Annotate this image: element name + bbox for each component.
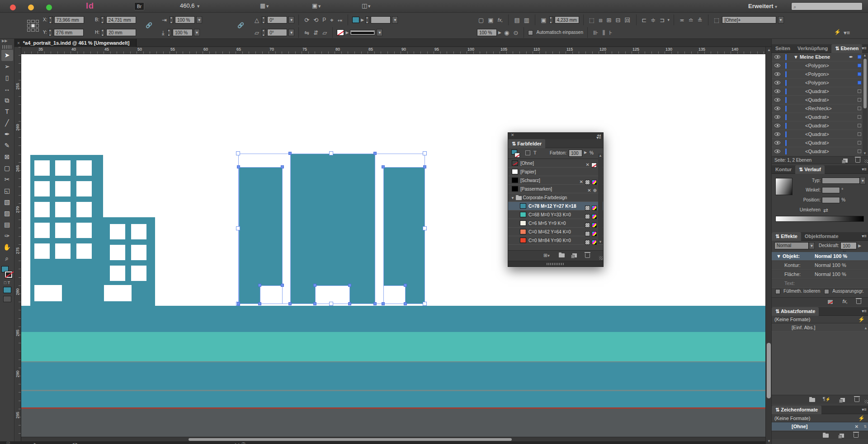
blend-mode-dropdown[interactable]: Normal [774, 242, 809, 249]
anchor-point[interactable] [404, 302, 407, 305]
swatches-panel-menu-icon[interactable]: ▾≡ [596, 135, 601, 140]
paragraph-style-item[interactable]: [Einf. Abs.] ▲ [772, 323, 868, 332]
vertical-scroll-thumb[interactable] [767, 343, 771, 398]
swatch-row[interactable]: C=78 M=12 Y=27 K=18 [508, 202, 603, 210]
go-to-parent-icon[interactable]: ⬾ [336, 14, 344, 27]
selection-handle[interactable] [236, 226, 240, 230]
paragraph-styles-resize-grip[interactable] [864, 400, 868, 403]
distribute-center-icon[interactable]: ≏ [687, 14, 695, 27]
object-style-field[interactable]: [Ohne]+ [722, 16, 776, 23]
layer-object-row[interactable]: <Quadrat> [772, 130, 868, 139]
anchor-point[interactable] [281, 165, 284, 168]
object-style-dropdown[interactable]: ▼ [778, 16, 784, 23]
layer-name[interactable]: <Quadrat> [805, 130, 829, 139]
align-center-icon[interactable]: ≑ [650, 14, 657, 27]
gradient-panel-menu-icon[interactable]: ▾≡ [862, 167, 867, 172]
scroll-up-icon[interactable]: ▲ [767, 48, 771, 52]
layer-object-row[interactable]: <Rechteck> [772, 104, 868, 113]
bridge-button[interactable]: Br [134, 2, 144, 10]
rotation-dropdown[interactable]: ▼ [288, 16, 294, 23]
effects-fx-icon[interactable]: fx, [842, 299, 848, 304]
layer-object-row[interactable]: <Quadrat> [772, 139, 868, 147]
layer-name[interactable]: <Polygon> [805, 70, 829, 79]
effects-panel-menu-icon[interactable]: ▾≡ [862, 234, 867, 238]
swatch-row[interactable]: C=0 M=84 Y=90 K=0 [508, 236, 603, 245]
y-stepper[interactable] [48, 29, 52, 36]
select-content-icon[interactable]: ⌖ [329, 14, 335, 27]
distribute-bottom-icon[interactable]: ≗ [696, 14, 704, 27]
corner-radius-field[interactable]: 4,233 mm [555, 16, 579, 23]
layer-object-row[interactable]: <Quadrat> [772, 87, 868, 96]
layer-selection-square[interactable] [858, 124, 861, 127]
formatting-container-icon[interactable]: □ [4, 280, 6, 285]
tab-verknuepfung[interactable]: Verknüpfung [794, 44, 831, 53]
opacity-dropdown-icon[interactable]: ▶ [498, 30, 501, 35]
effects-circle-icon[interactable]: ◉ [503, 26, 510, 39]
height-field[interactable]: 20 mm [106, 29, 136, 36]
anchor-point[interactable] [348, 284, 351, 287]
space-horizontal-icon[interactable]: ⊪ [592, 26, 599, 39]
new-style-group-icon[interactable] [809, 398, 815, 402]
minimize-window-button[interactable] [28, 5, 34, 10]
scale-y-field[interactable]: 100 % [173, 29, 193, 36]
paragraph-styles-menu-icon[interactable]: ▾≡ [862, 308, 867, 313]
gradient-position-field[interactable] [822, 197, 840, 203]
stroke-proxy-swatch[interactable] [5, 271, 12, 278]
gradient-type-caret[interactable]: ▼ [860, 177, 866, 184]
anchor-point[interactable] [313, 302, 316, 305]
scale-x-dropdown[interactable]: ▼ [196, 16, 202, 23]
align-options-dropdown[interactable]: ▾ [667, 18, 670, 22]
scissors-tool[interactable]: ✂ [1, 174, 13, 185]
fit-center-icon[interactable]: ⊞ [605, 14, 613, 27]
flip-vertical-icon[interactable]: ⇵ [312, 26, 320, 39]
anchor-point[interactable] [288, 152, 292, 155]
fit-proportional-icon[interactable]: 回 [623, 14, 632, 27]
scale-y-dropdown[interactable]: ▼ [194, 29, 200, 36]
screen-mode-menu-icon[interactable]: ▣▼ [312, 2, 321, 9]
formatting-text-icon[interactable]: T [8, 280, 10, 285]
pencil-tool[interactable]: ✎ [1, 140, 13, 151]
tab-zeichenformate[interactable]: ⇅ Zeichenformate [772, 406, 821, 414]
swatches-tab[interactable]: ⇅ Farbfelder [508, 139, 545, 148]
pen-tool[interactable]: ✒ [1, 129, 13, 140]
rotate-cw-icon[interactable]: ⟳ [303, 14, 311, 27]
close-document-icon[interactable]: × [17, 41, 20, 46]
layer-object-row[interactable]: <Quadrat> [772, 113, 868, 122]
shear-dropdown[interactable]: ▼ [288, 29, 294, 36]
swatch-row[interactable]: [Ohne]✕ [508, 159, 603, 168]
swatch-row[interactable]: [Schwarz]✕ [508, 176, 603, 185]
maximize-window-button[interactable] [46, 5, 52, 10]
layer-object-row[interactable]: <Quadrat> [772, 122, 868, 130]
anchor-point[interactable] [313, 284, 316, 287]
anchor-point[interactable] [404, 284, 407, 287]
shear-stepper[interactable] [262, 29, 266, 36]
layer-selection-square[interactable] [858, 107, 861, 110]
flip-horizontal-icon[interactable]: ⇋ [303, 26, 311, 39]
layers-panel-menu-icon[interactable]: ▾≡ [862, 46, 867, 51]
effect-target-row[interactable]: ▼ Objekt:Normal 100 % [772, 252, 868, 261]
swatch-row[interactable]: C=6 M=5 Y=9 K=0 [508, 219, 603, 228]
swatch-row[interactable]: C=0 M=62 Y=64 K=0 [508, 228, 603, 236]
anchor-point[interactable] [281, 284, 284, 287]
gradient-tool[interactable]: ▧ [1, 196, 13, 208]
rectangle-tool[interactable]: ▢ [1, 163, 13, 174]
selection-handle[interactable] [423, 302, 427, 306]
anchor-point[interactable] [423, 165, 426, 168]
x-stepper[interactable] [49, 16, 53, 23]
align-right-icon[interactable]: ⊐ [659, 14, 666, 27]
layer-selection-square[interactable] [858, 81, 861, 84]
fill-color-swatch[interactable] [352, 17, 359, 23]
rotation-stepper[interactable] [262, 16, 266, 23]
width-field[interactable]: 24,731 mm [106, 16, 136, 23]
frame-tool[interactable]: ⊠ [1, 151, 13, 163]
effect-target-row[interactable]: Text: [772, 279, 868, 288]
effects-opacity-spinner[interactable]: ▶ [858, 243, 861, 248]
layer-visibility-icon[interactable] [774, 98, 780, 102]
distribute-top-icon[interactable]: ≖ [678, 14, 686, 27]
new-character-style-icon[interactable] [840, 434, 844, 438]
layer-visibility-icon[interactable] [774, 115, 780, 119]
gradient-thumbnail[interactable] [775, 178, 793, 195]
layer-object-row[interactable]: <Quadrat> [772, 96, 868, 104]
layer-selection-square[interactable] [858, 55, 861, 59]
swatch-scroll-down-icon[interactable]: ▼ [599, 240, 602, 244]
